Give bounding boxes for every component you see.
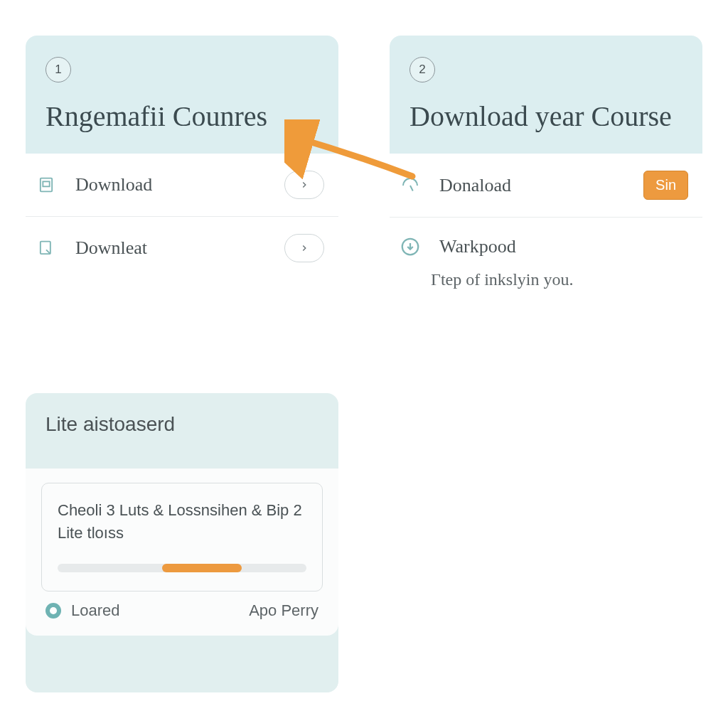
item-label: Download <box>75 174 267 196</box>
step-badge: 2 <box>410 57 435 82</box>
item-subtext: Гtep of inkslyin you. <box>431 270 702 289</box>
progress-fill <box>162 564 242 572</box>
lite-footer: Loared Apo Perry <box>41 592 323 624</box>
footer-right-label: Apo Perry <box>249 601 318 620</box>
card-header: 2 Download year Course <box>390 36 702 154</box>
card1-list: Download Downleat <box>26 154 338 279</box>
svg-rect-1 <box>43 181 49 186</box>
file-icon <box>34 236 58 260</box>
lite-card: Lite aistoaserd Cheoli 3 Luts & Lossnsih… <box>26 393 338 692</box>
card2-list: Donaload Sin Warkpood Гtep of inkslyin y… <box>390 154 702 301</box>
radio-icon[interactable] <box>46 603 61 619</box>
card-title: Rngemafii Counres <box>46 100 318 134</box>
step-card-2: 2 Download year Course Donaload Sin Wark… <box>390 36 702 358</box>
download-circle-icon <box>398 235 422 259</box>
footer-left-label: Loared <box>71 601 239 620</box>
lite-content-text: Cheoli 3 Luts & Lossnsihen & Bip 2 Lite … <box>58 499 306 545</box>
list-item-donaload[interactable]: Donaload Sin <box>390 154 702 218</box>
step-badge: 1 <box>46 57 71 82</box>
svg-rect-0 <box>41 178 52 192</box>
card-header: 1 Rngemafii Counres <box>26 36 338 154</box>
hand-icon <box>398 173 422 198</box>
lite-content-box: Cheoli 3 Luts & Lossnsihen & Bip 2 Lite … <box>41 483 323 592</box>
lite-header: Lite aistoaserd <box>26 393 338 469</box>
item-label: Downleat <box>75 237 267 259</box>
card-title: Download year Course <box>410 100 682 134</box>
progress-bar <box>58 564 306 572</box>
chevron-right-icon[interactable] <box>284 171 324 199</box>
lite-body: Cheoli 3 Luts & Lossnsihen & Bip 2 Lite … <box>26 469 338 636</box>
sin-button[interactable]: Sin <box>643 171 688 200</box>
list-item-download[interactable]: Download <box>26 154 338 217</box>
list-item-warkpood[interactable]: Warkpood <box>390 218 702 263</box>
document-icon <box>34 173 58 197</box>
item-label: Donaload <box>439 175 626 196</box>
list-item-downleat[interactable]: Downleat <box>26 217 338 279</box>
lite-title: Lite aistoaserd <box>46 413 318 436</box>
chevron-right-icon[interactable] <box>284 234 324 262</box>
item-label: Warkpood <box>439 236 688 257</box>
step-card-1: 1 Rngemafii Counres Download Downleat <box>26 36 338 358</box>
